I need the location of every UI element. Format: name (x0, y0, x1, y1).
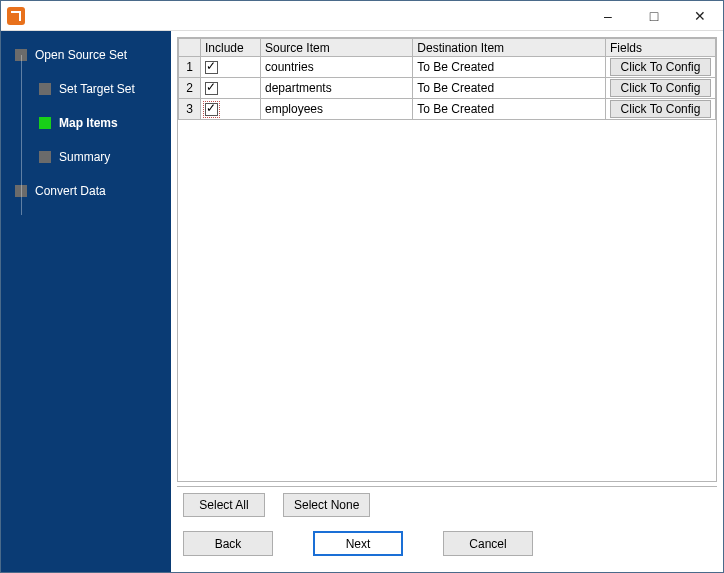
cancel-button[interactable]: Cancel (443, 531, 533, 556)
include-checkbox[interactable] (205, 61, 218, 74)
destination-cell[interactable]: To Be Created (413, 57, 606, 78)
sidebar-item-box (39, 83, 51, 95)
sidebar-item-label: Open Source Set (35, 48, 127, 62)
content: Include Source Item Destination Item Fie… (171, 31, 723, 572)
col-source[interactable]: Source Item (261, 39, 413, 57)
sidebar-item[interactable]: Set Target Set (1, 75, 171, 103)
destination-cell[interactable]: To Be Created (413, 99, 606, 120)
include-cell[interactable] (201, 78, 261, 99)
sidebar-tree-line (21, 55, 22, 215)
selection-row: Select All Select None (177, 486, 717, 523)
fields-cell: Click To Config (606, 99, 716, 120)
items-grid: Include Source Item Destination Item Fie… (178, 38, 716, 120)
row-number[interactable]: 1 (179, 57, 201, 78)
source-cell[interactable]: employees (261, 99, 413, 120)
select-none-button[interactable]: Select None (283, 493, 370, 517)
sidebar-item-label: Map Items (59, 116, 118, 130)
maximize-button[interactable]: □ (631, 1, 677, 30)
include-checkbox[interactable] (205, 82, 218, 95)
titlebar: – □ ✕ (1, 1, 723, 31)
sidebar-item-label: Convert Data (35, 184, 106, 198)
grid-corner (179, 39, 201, 57)
config-button[interactable]: Click To Config (610, 58, 711, 76)
app-icon (7, 7, 25, 25)
destination-cell[interactable]: To Be Created (413, 78, 606, 99)
sidebar: Open Source SetSet Target SetMap ItemsSu… (1, 31, 171, 572)
minimize-button[interactable]: – (585, 1, 631, 30)
sidebar-item-label: Summary (59, 150, 110, 164)
config-button[interactable]: Click To Config (610, 79, 711, 97)
include-checkbox[interactable] (205, 103, 218, 116)
table-row: 2departmentsTo Be CreatedClick To Config (179, 78, 716, 99)
table-row: 3employeesTo Be CreatedClick To Config (179, 99, 716, 120)
sidebar-item-box (39, 117, 51, 129)
close-button[interactable]: ✕ (677, 1, 723, 30)
col-include[interactable]: Include (201, 39, 261, 57)
col-destination[interactable]: Destination Item (413, 39, 606, 57)
sidebar-item[interactable]: Map Items (1, 109, 171, 137)
table-row: 1countriesTo Be CreatedClick To Config (179, 57, 716, 78)
include-cell[interactable] (201, 57, 261, 78)
config-button[interactable]: Click To Config (610, 100, 711, 118)
sidebar-item[interactable]: Summary (1, 143, 171, 171)
row-number[interactable]: 2 (179, 78, 201, 99)
sidebar-item[interactable]: Convert Data (1, 177, 171, 205)
source-cell[interactable]: countries (261, 57, 413, 78)
select-all-button[interactable]: Select All (183, 493, 265, 517)
source-cell[interactable]: departments (261, 78, 413, 99)
window-controls: – □ ✕ (585, 1, 723, 30)
col-fields[interactable]: Fields (606, 39, 716, 57)
nav-row: Back Next Cancel (177, 523, 717, 566)
include-cell[interactable] (201, 99, 261, 120)
grid-wrap: Include Source Item Destination Item Fie… (177, 37, 717, 482)
main: Open Source SetSet Target SetMap ItemsSu… (1, 31, 723, 572)
fields-cell: Click To Config (606, 78, 716, 99)
sidebar-item-label: Set Target Set (59, 82, 135, 96)
sidebar-item[interactable]: Open Source Set (1, 41, 171, 69)
row-number[interactable]: 3 (179, 99, 201, 120)
back-button[interactable]: Back (183, 531, 273, 556)
fields-cell: Click To Config (606, 57, 716, 78)
sidebar-item-box (39, 151, 51, 163)
next-button[interactable]: Next (313, 531, 403, 556)
